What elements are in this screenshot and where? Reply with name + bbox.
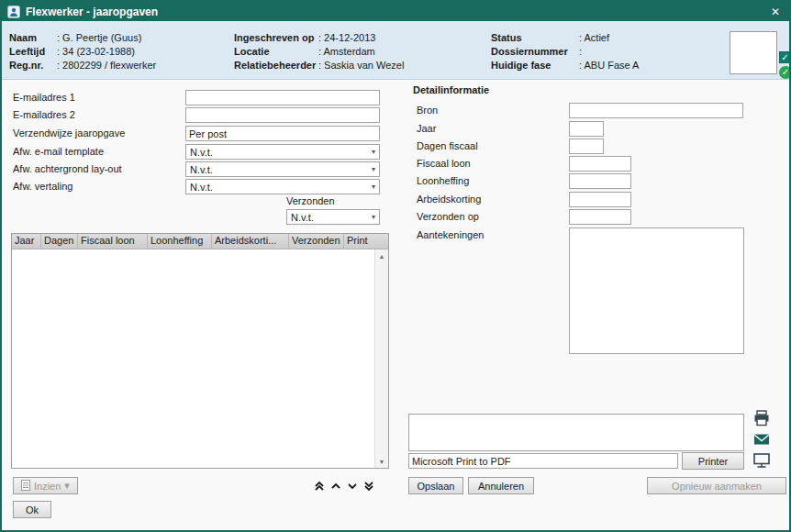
fiscaal-loon-row: Fiscaal loon	[417, 156, 784, 172]
dossiernummer-label: Dossiernummer	[491, 45, 579, 59]
printer-name-input[interactable]	[408, 453, 678, 469]
print-icon-stack	[752, 409, 773, 472]
bron-label: Bron	[417, 105, 438, 116]
record-navigation	[312, 479, 376, 493]
verzonden-filter-label: Verzonden	[286, 195, 335, 206]
ok-check-glyph: ✓	[782, 67, 789, 77]
dagen-fiscaal-label: Dagen fiscaal	[417, 140, 478, 151]
emailadres2-label: E-mailadres 2	[13, 109, 75, 120]
huidige-fase-value: : ABU Fase A	[579, 59, 639, 72]
leeftijd-label: Leeftijd	[9, 45, 57, 59]
relatiebeheerder-label: Relatiebeheerder	[234, 59, 318, 72]
col-loonheffing[interactable]: Loonheffing	[148, 234, 212, 249]
jaar-row: Jaar	[417, 121, 784, 138]
bron-input[interactable]	[569, 103, 743, 118]
status-row: Status : Actief	[491, 31, 639, 45]
aantekeningen-textarea[interactable]	[569, 227, 744, 354]
arbeidskorting-input[interactable]	[569, 192, 631, 207]
locatie-row: Locatie : Amsterdam	[234, 45, 404, 59]
loonheffing-input[interactable]	[569, 173, 631, 189]
opslaan-label: Opslaan	[418, 481, 455, 492]
emailadres1-input[interactable]	[185, 90, 380, 105]
ingeschreven-value: : 24-12-2013	[318, 31, 375, 45]
afw-achtergrond-row: Afw. achtergrond lay-out N.v.t. ▾	[13, 161, 380, 178]
chevron-down-icon: ▾	[372, 180, 375, 194]
verzendwijze-row: Verzendwijze jaaropgave	[13, 126, 380, 142]
print-preview-box	[408, 414, 744, 451]
jaar-input[interactable]	[569, 121, 604, 137]
col-dagen[interactable]: Dagen	[41, 234, 78, 249]
nav-first-icon[interactable]	[312, 479, 327, 493]
afw-achtergrond-select[interactable]: N.v.t. ▾	[185, 161, 380, 177]
afw-achtergrond-label: Afw. achtergrond lay-out	[13, 163, 122, 174]
titlebar[interactable]: Flexwerker - jaaropgaven ✕	[2, 2, 789, 21]
verzonden-op-input[interactable]	[569, 209, 631, 225]
nav-previous-icon[interactable]	[329, 479, 343, 493]
opnieuw-aanmaken-button[interactable]: Opnieuw aanmaken	[647, 477, 786, 494]
loonheffing-row: Loonheffing	[417, 173, 784, 190]
locatie-value: : Amsterdam	[318, 45, 375, 59]
jaaropgaven-table[interactable]: Jaar Dagen Fiscaal loon Loonheffing Arbe…	[11, 233, 389, 469]
relatiebeheerder-value: : Saskia van Wezel	[318, 59, 404, 72]
ingeschreven-label: Ingeschreven op	[234, 31, 318, 45]
monitor-icon[interactable]	[752, 451, 771, 470]
afw-email-template-value: N.v.t.	[190, 147, 213, 158]
col-print[interactable]: Print	[344, 234, 388, 249]
locatie-label: Locatie	[234, 45, 318, 59]
inzien-button[interactable]: Inzien ▾	[13, 477, 78, 494]
aantekeningen-label: Aantekeningen	[417, 229, 484, 240]
table-scrollbar[interactable]: ▲ ▼	[374, 249, 388, 468]
afw-email-template-select[interactable]: N.v.t. ▾	[185, 144, 380, 160]
jaar-label: Jaar	[417, 123, 436, 134]
status-value: : Actief	[579, 31, 609, 45]
nav-next-icon[interactable]	[345, 479, 360, 493]
opslaan-button[interactable]: Opslaan	[408, 477, 463, 494]
afw-vertaling-select[interactable]: N.v.t. ▾	[185, 179, 380, 194]
ok-button[interactable]: Ok	[13, 501, 51, 518]
loonheffing-label: Loonheffing	[417, 175, 469, 186]
header-checkbox[interactable]: ✓	[779, 51, 791, 63]
regnr-row: Reg.nr. : 2802299 / flexwerker	[9, 59, 156, 72]
verzonden-op-label: Verzonden op	[417, 211, 479, 222]
col-fiscaal-loon[interactable]: Fiscaal loon	[78, 234, 148, 249]
huidige-fase-label: Huidige fase	[491, 59, 579, 72]
status-ok-icon: ✓	[779, 66, 791, 79]
annuleren-label: Annuleren	[478, 481, 524, 492]
app-icon	[7, 6, 20, 18]
leeftijd-value: : 34 (23-02-1988)	[57, 45, 135, 59]
afw-achtergrond-value: N.v.t.	[190, 164, 213, 175]
printer-button-label: Printer	[698, 456, 728, 467]
dagen-fiscaal-input[interactable]	[569, 139, 604, 154]
annuleren-button[interactable]: Annuleren	[468, 477, 534, 494]
scroll-up-icon[interactable]: ▲	[375, 249, 388, 262]
chevron-down-icon: ▾	[64, 480, 70, 492]
email-icon[interactable]	[752, 430, 771, 449]
chevron-down-icon: ▾	[372, 145, 375, 159]
afw-email-template-row: Afw. e-mail template N.v.t. ▾	[13, 144, 380, 161]
dagen-fiscaal-row: Dagen fiscaal	[417, 139, 784, 155]
scroll-down-icon[interactable]: ▼	[375, 455, 388, 468]
chevron-down-icon: ▾	[372, 162, 375, 176]
verzendwijze-input[interactable]	[185, 126, 380, 141]
arbeidskorting-label: Arbeidskorting	[417, 194, 481, 205]
col-verzonden[interactable]: Verzonden	[289, 234, 344, 249]
naam-value: : G. Peertje (Guus)	[57, 31, 141, 45]
header-column-1: Naam : G. Peertje (Guus) Leeftijd : 34 (…	[9, 31, 156, 72]
printer-icon[interactable]	[752, 409, 771, 427]
close-icon[interactable]: ✕	[767, 6, 784, 18]
emailadres2-input[interactable]	[185, 107, 380, 123]
bron-row: Bron	[417, 103, 784, 119]
person-info-header: Naam : G. Peertje (Guus) Leeftijd : 34 (…	[2, 21, 789, 80]
afw-vertaling-label: Afw. vertaling	[13, 181, 72, 192]
col-arbeidskorting[interactable]: Arbeidskorti...	[212, 234, 289, 249]
dossiernummer-value: :	[579, 45, 582, 59]
col-jaar[interactable]: Jaar	[12, 234, 41, 249]
printer-button[interactable]: Printer	[682, 452, 744, 470]
fiscaal-loon-input[interactable]	[569, 156, 631, 172]
chevron-down-icon: ▾	[372, 210, 375, 224]
photo-placeholder	[730, 31, 777, 74]
verzonden-filter-select[interactable]: N.v.t. ▾	[286, 209, 380, 225]
status-label: Status	[491, 31, 579, 45]
detailinformatie-title: Detailinformatie	[413, 84, 489, 95]
nav-last-icon[interactable]	[362, 479, 376, 493]
